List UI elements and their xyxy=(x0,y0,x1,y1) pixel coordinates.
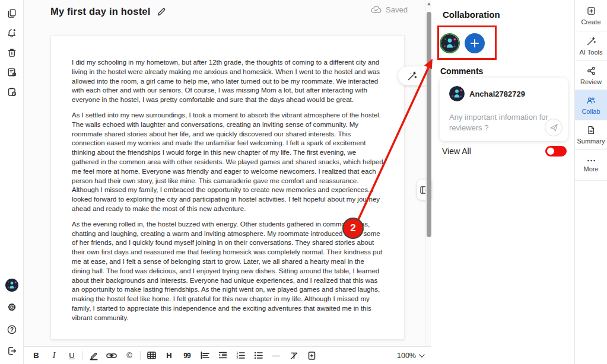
toggle-knob xyxy=(547,148,554,155)
paragraph: As I settled into my new surroundings, I… xyxy=(72,111,384,214)
annotation-step-badge: 2 xyxy=(342,218,364,239)
zoom-level: 100% xyxy=(397,352,416,360)
right-sidebar: Create AI Tools Review Collab Summary Mo… xyxy=(574,0,607,364)
magic-wand-icon xyxy=(407,71,417,81)
commenter-name: Anchal2782729 xyxy=(469,90,525,98)
view-all-toggle[interactable] xyxy=(545,146,567,157)
clear-format-icon xyxy=(290,352,298,360)
paragraph: As the evening rolled in, the hostel buz… xyxy=(72,220,384,323)
bullet-list-button[interactable] xyxy=(249,347,267,364)
heading-button[interactable]: H xyxy=(160,347,178,364)
comments-heading: Comments xyxy=(440,66,483,76)
link-button[interactable] xyxy=(103,347,120,364)
settings-gear-icon[interactable] xyxy=(5,300,19,314)
sidebar-item-review[interactable]: Review xyxy=(575,61,607,90)
help-icon[interactable] xyxy=(5,323,19,337)
link-icon xyxy=(106,352,117,359)
save-status-label: Saved xyxy=(386,5,408,14)
view-all-label: View All xyxy=(442,146,471,156)
left-sidebar xyxy=(0,0,24,364)
shared-document-icon[interactable] xyxy=(5,65,19,79)
send-comment-button[interactable] xyxy=(545,119,562,136)
sidebar-item-label: Summary xyxy=(577,138,605,145)
send-icon xyxy=(549,123,558,132)
edit-title-icon[interactable] xyxy=(157,7,166,17)
horizontal-rule-button[interactable]: — xyxy=(267,347,285,364)
collaborator-avatar[interactable] xyxy=(440,33,460,53)
user-avatar[interactable] xyxy=(5,278,19,292)
formatting-toolbar: B I U © H 99 123 — xyxy=(24,346,431,364)
chevron-down-icon xyxy=(419,352,425,357)
sidebar-item-summary[interactable]: Summary xyxy=(575,120,607,150)
commenter-avatar xyxy=(449,86,465,101)
ordered-list-icon: 123 xyxy=(236,352,245,359)
vertical-scrollbar[interactable] xyxy=(425,0,431,346)
page-break-button[interactable] xyxy=(303,347,320,364)
bullet-list-icon xyxy=(254,352,263,359)
scrollbar-thumb[interactable] xyxy=(427,12,431,237)
sidebar-item-ai-tools[interactable]: AI Tools xyxy=(575,31,607,61)
panel-title: Collaboration xyxy=(443,9,500,20)
align-left-button[interactable] xyxy=(196,347,214,364)
ellipsis-icon xyxy=(586,158,596,163)
indent-icon xyxy=(218,352,227,359)
table-icon xyxy=(147,352,156,359)
magic-wand-icon xyxy=(586,36,596,46)
app-window: My first day in hostel Saved I did my sc… xyxy=(0,0,607,364)
sidebar-item-more[interactable]: More xyxy=(575,150,607,181)
collaboration-panel: Collaboration Comments Anchal2782729 Any… xyxy=(431,0,574,364)
scroll-up-arrow[interactable] xyxy=(427,2,431,5)
cloud-saved-icon xyxy=(371,6,382,14)
editor-area: My first day in hostel Saved I did my sc… xyxy=(24,0,425,346)
highlighter-icon xyxy=(89,351,98,360)
zoom-control[interactable]: 100% xyxy=(397,352,427,360)
sidebar-item-label: AI Tools xyxy=(580,49,603,56)
italic-button[interactable]: I xyxy=(45,347,63,364)
document-title: My first day in hostel xyxy=(50,6,151,17)
bold-button[interactable]: B xyxy=(27,347,45,364)
copyright-button[interactable]: © xyxy=(120,347,138,364)
comment-card: Anchal2782729 Any important information … xyxy=(440,78,568,141)
comment-input[interactable]: Any important information for reviewers … xyxy=(449,112,551,133)
page-add-icon xyxy=(308,352,316,360)
sidebar-item-label: Collab xyxy=(581,108,600,115)
clear-formatting-button[interactable] xyxy=(285,347,303,364)
people-icon xyxy=(586,95,596,106)
sidebar-item-create[interactable]: Create xyxy=(575,0,607,31)
paragraph: I did my schooling in my hometown, but a… xyxy=(72,58,384,105)
notification-bell-icon[interactable] xyxy=(5,26,19,40)
share-nodes-icon xyxy=(586,66,596,76)
sidebar-item-label: Create xyxy=(581,18,600,25)
sidebar-item-label: More xyxy=(583,165,598,173)
logout-icon[interactable] xyxy=(5,344,19,358)
save-status: Saved xyxy=(371,5,408,14)
add-collaborator-button[interactable] xyxy=(465,33,485,53)
blockquote-button[interactable]: 99 xyxy=(178,347,196,364)
ordered-list-button[interactable]: 123 xyxy=(231,347,249,364)
toolbar-divider xyxy=(140,351,141,360)
sidebar-item-label: Review xyxy=(580,78,602,85)
highlight-button[interactable] xyxy=(85,347,103,364)
indent-button[interactable] xyxy=(214,347,231,364)
document-icon xyxy=(586,125,596,135)
align-left-icon xyxy=(201,352,209,359)
toolbar-divider xyxy=(82,351,83,360)
svg-text:3: 3 xyxy=(236,356,238,359)
plus-square-icon xyxy=(586,6,596,16)
plus-icon xyxy=(470,39,479,48)
trash-icon[interactable] xyxy=(5,46,19,60)
document-page[interactable]: I did my schooling in my hometown, but a… xyxy=(50,36,405,340)
clipboard-clock-icon[interactable] xyxy=(5,85,19,99)
insert-table-button[interactable] xyxy=(142,347,160,364)
underline-button[interactable]: U xyxy=(63,347,81,364)
copy-pages-icon[interactable] xyxy=(5,7,19,21)
sidebar-item-collab[interactable]: Collab xyxy=(575,90,607,120)
ai-assistant-button[interactable] xyxy=(398,66,425,85)
